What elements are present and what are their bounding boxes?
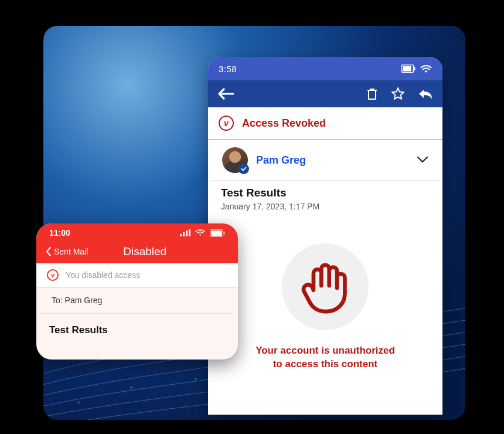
svg-rect-17 [211, 230, 222, 236]
status-time: 11:00 [49, 228, 70, 238]
to-label: To: [52, 296, 63, 305]
back-button[interactable] [217, 87, 234, 100]
svg-point-2 [195, 378, 196, 379]
svg-rect-11 [414, 67, 416, 70]
toolbar [208, 80, 442, 107]
svg-rect-10 [403, 66, 411, 72]
favorite-button[interactable] [391, 87, 405, 101]
status-bar: 11:00 [36, 223, 238, 240]
wifi-icon [195, 229, 205, 236]
access-status-row: ν You disabled access [36, 263, 238, 287]
nav-bar: Sent Mail Disabled [36, 240, 238, 263]
recipient-row: To: Pam Greg [41, 287, 233, 314]
status-time: 3:58 [219, 64, 237, 74]
access-status-title: Access Revoked [242, 117, 326, 130]
phone-recipient-view: 3:58 ν Access Revoked [208, 57, 442, 415]
reply-button[interactable] [418, 88, 433, 100]
star-outline-icon [391, 87, 405, 101]
access-status-row: ν Access Revoked [208, 107, 442, 140]
app-badge-icon: ν [219, 116, 234, 131]
svg-point-1 [130, 386, 132, 388]
svg-point-0 [77, 401, 79, 403]
wifi-icon [420, 65, 432, 73]
svg-rect-13 [183, 232, 185, 236]
blocked-message: Your account is unauthorized to access t… [256, 344, 395, 371]
email-subject: Test Results [221, 187, 430, 199]
status-bar: 3:58 [208, 57, 442, 80]
chevron-left-icon [46, 247, 52, 256]
arrow-left-icon [217, 87, 234, 100]
expand-sender-button[interactable] [417, 155, 428, 165]
svg-rect-15 [189, 229, 190, 236]
email-subject: Test Results [36, 314, 238, 347]
avatar [222, 147, 248, 173]
svg-rect-12 [180, 234, 182, 236]
email-timestamp: January 17, 2023, 1:17 PM [221, 202, 430, 211]
battery-icon [210, 229, 225, 237]
access-status-text: You disabled access [66, 270, 140, 280]
trash-icon [366, 87, 378, 100]
subject-block: Test Results January 17, 2023, 1:17 PM [208, 181, 442, 211]
delete-button[interactable] [366, 87, 378, 100]
svg-rect-18 [224, 232, 225, 235]
chevron-down-icon [417, 156, 428, 163]
battery-icon [401, 65, 416, 73]
phone-sender-view: 11:00 Sent Mail Disabled ν You disabled … [36, 223, 238, 360]
nav-title: Disabled [61, 245, 229, 258]
reply-icon [418, 88, 433, 100]
sender-row[interactable]: Pam Greg [212, 140, 439, 181]
app-badge-icon: ν [47, 269, 59, 281]
verified-badge-icon [239, 164, 249, 174]
to-name: Pam Greg [65, 296, 103, 305]
signal-icon [180, 229, 190, 236]
blocked-content-panel: Your account is unauthorized to access t… [208, 211, 442, 415]
svg-rect-14 [186, 230, 188, 236]
sender-name: Pam Greg [256, 154, 408, 167]
stop-hand-icon [282, 243, 369, 330]
